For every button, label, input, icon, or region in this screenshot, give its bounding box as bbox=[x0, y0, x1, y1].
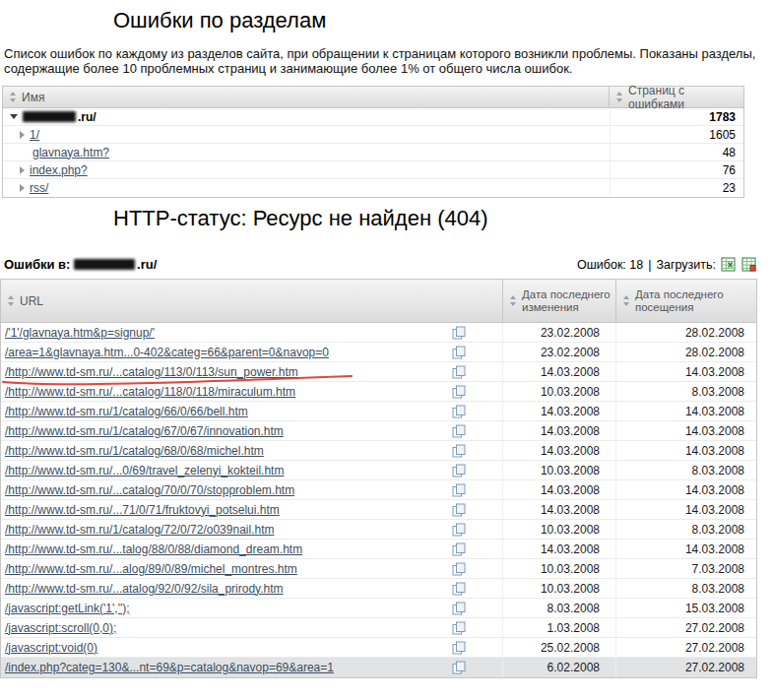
collapsed-triangle-icon[interactable] bbox=[20, 166, 25, 174]
error-url-link[interactable]: /http://www.td-sm.ru/1/catalog/66/0/66/b… bbox=[5, 405, 248, 418]
error-row: /http://www.td-sm.ru/1/catalog/67/0/67/i… bbox=[1, 421, 756, 441]
section-link[interactable]: index.php? bbox=[30, 163, 88, 177]
error-url-link[interactable]: /http://www.td-sm.ru/1/catalog/72/0/72/o… bbox=[5, 523, 274, 537]
modified-date: 8.03.2008 bbox=[503, 599, 616, 617]
error-row: /http://www.td-sm.ru/...71/0/71/fruktovy… bbox=[1, 500, 756, 520]
section-name-cell: 1/ bbox=[3, 126, 611, 143]
icon-cell bbox=[449, 461, 503, 479]
modified-date: 10.03.2008 bbox=[503, 520, 616, 539]
page-copy-icon[interactable] bbox=[452, 346, 466, 359]
error-url-link[interactable]: /area=1&glavnaya.htm...0-402&categ=66&pa… bbox=[5, 346, 329, 359]
page-copy-icon[interactable] bbox=[452, 424, 466, 438]
page-copy-icon[interactable] bbox=[452, 444, 466, 458]
collapsed-triangle-icon[interactable] bbox=[20, 131, 25, 139]
error-pages-count: 76 bbox=[611, 163, 743, 177]
error-url-link[interactable]: /index.php?categ=130&...nt=69&p=catalog&… bbox=[5, 661, 334, 674]
error-pages-count: 23 bbox=[611, 181, 743, 195]
visited-date: 27.02.2008 bbox=[616, 638, 756, 657]
page-copy-icon[interactable] bbox=[452, 661, 466, 674]
url-cell: /http://www.td-sm.ru/1/catalog/66/0/66/b… bbox=[1, 402, 449, 420]
sort-icon bbox=[510, 295, 517, 306]
page-copy-icon[interactable] bbox=[452, 562, 466, 576]
error-url-link[interactable]: /http://www.td-sm.ru/1/catalog/68/0/68/m… bbox=[5, 444, 264, 458]
page-copy-icon[interactable] bbox=[452, 464, 466, 477]
error-row: /http://www.td-sm.ru/...catalog/118/0/11… bbox=[1, 382, 756, 402]
visited-date: 14.03.2008 bbox=[616, 500, 756, 519]
error-url-link[interactable]: /http://www.td-sm.ru/...0/69/travel_zele… bbox=[5, 464, 284, 477]
modified-date: 14.03.2008 bbox=[503, 441, 616, 460]
expanded-triangle-icon[interactable] bbox=[10, 114, 18, 119]
error-url-link[interactable]: /http://www.td-sm.ru/...catalog/70/0/70/… bbox=[5, 483, 294, 497]
visited-date: 8.03.2008 bbox=[616, 520, 756, 539]
error-url-link[interactable]: /http://www.td-sm.ru/...alog/89/0/89/mic… bbox=[5, 562, 297, 576]
error-url-link[interactable]: /javascript:getLink('1',''); bbox=[5, 602, 130, 615]
modified-date: 23.02.2008 bbox=[503, 343, 616, 361]
error-row: /area=1&glavnaya.htm...0-402&categ=66&pa… bbox=[1, 343, 756, 362]
error-url-link[interactable]: /http://www.td-sm.ru/...atalog/92/0/92/s… bbox=[5, 582, 284, 596]
errors-bar: Ошибки в: .ru/ Ошибок: 18 | Загрузить: bbox=[4, 257, 757, 272]
section-name-cell: rss/ bbox=[3, 179, 611, 197]
error-row: /http://www.td-sm.ru/...talog/88/0/88/di… bbox=[1, 540, 756, 559]
section-row: 1/1605 bbox=[3, 126, 743, 144]
section-row: rss/23 bbox=[3, 179, 743, 197]
error-url-link[interactable]: /javascript:scroll(0,0); bbox=[5, 621, 116, 635]
sections-title: Ошибки по разделам bbox=[113, 8, 773, 33]
page-copy-icon[interactable] bbox=[452, 523, 466, 537]
collapsed-triangle-icon[interactable] bbox=[20, 184, 25, 192]
error-url-link[interactable]: /javascript:void(0) bbox=[5, 641, 97, 655]
page-copy-icon[interactable] bbox=[452, 483, 466, 497]
page-copy-icon[interactable] bbox=[452, 602, 466, 615]
download-label: Загрузить: bbox=[656, 258, 716, 272]
modified-date: 1.03.2008 bbox=[503, 618, 616, 637]
page-copy-icon[interactable] bbox=[452, 503, 466, 517]
icon-cell bbox=[449, 362, 503, 381]
error-url-link[interactable]: /http://www.td-sm.ru/...catalog/118/0/11… bbox=[5, 385, 295, 399]
section-link[interactable]: glavnaya.htm? bbox=[32, 146, 109, 159]
error-url-link[interactable]: /http://www.td-sm.ru/...71/0/71/fruktovy… bbox=[5, 503, 280, 517]
visited-date: 14.03.2008 bbox=[616, 441, 756, 460]
page-copy-icon[interactable] bbox=[452, 542, 466, 556]
modified-date: 10.03.2008 bbox=[503, 461, 616, 479]
icon-cell bbox=[449, 382, 503, 401]
error-url-link[interactable]: /http://www.td-sm.ru/1/catalog/67/0/67/i… bbox=[5, 424, 284, 438]
modified-date: 23.02.2008 bbox=[503, 323, 616, 342]
url-cell: /http://www.td-sm.ru/1/catalog/72/0/72/o… bbox=[1, 520, 449, 539]
error-pages-count: 48 bbox=[611, 146, 743, 159]
page-copy-icon[interactable] bbox=[452, 365, 466, 379]
page-copy-icon[interactable] bbox=[452, 326, 466, 340]
redacted-domain bbox=[74, 259, 135, 270]
page-copy-icon[interactable] bbox=[452, 641, 466, 655]
section-link[interactable]: 1/ bbox=[30, 128, 39, 142]
icon-cell bbox=[449, 520, 503, 539]
page-copy-icon[interactable] bbox=[452, 582, 466, 596]
url-cell: /http://www.td-sm.ru/...catalog/118/0/11… bbox=[1, 382, 449, 401]
icon-cell bbox=[449, 421, 503, 440]
visited-date: 27.02.2008 bbox=[616, 658, 756, 677]
name-column-header[interactable]: Имя bbox=[3, 87, 610, 107]
url-column-header[interactable]: URL bbox=[1, 280, 503, 322]
visited-date: 8.03.2008 bbox=[616, 579, 756, 598]
section-row: .ru/1783 bbox=[3, 108, 743, 126]
error-pages-column-label: Страниц с ошибками bbox=[628, 84, 743, 111]
visited-date: 28.02.2008 bbox=[616, 343, 756, 361]
error-url-link[interactable]: /http://www.td-sm.ru/...catalog/113/0/11… bbox=[5, 365, 298, 379]
error-url-link[interactable]: /http://www.td-sm.ru/...talog/88/0/88/di… bbox=[5, 542, 302, 556]
modified-date-column-header[interactable]: Дата последнего изменения bbox=[503, 280, 616, 322]
url-cell: /http://www.td-sm.ru/1/catalog/68/0/68/m… bbox=[1, 441, 449, 460]
section-link[interactable]: rss/ bbox=[30, 181, 48, 195]
errors-table-body: /'1'/glavnaya.htm&p=signup/'23.02.200828… bbox=[1, 323, 756, 677]
xls-download-icon[interactable] bbox=[721, 257, 737, 272]
url-cell: /http://www.td-sm.ru/...talog/88/0/88/di… bbox=[1, 540, 449, 558]
visited-date-column-label: Дата последнего посещения bbox=[635, 288, 756, 314]
error-row: /http://www.td-sm.ru/...atalog/92/0/92/s… bbox=[1, 579, 756, 599]
csv-download-icon[interactable] bbox=[741, 257, 757, 272]
visited-date: 28.02.2008 bbox=[616, 323, 756, 342]
error-pages-column-header[interactable]: Страниц с ошибками bbox=[610, 87, 743, 107]
sections-table-body: .ru/17831/1605glavnaya.htm?48index.php?7… bbox=[3, 108, 743, 197]
url-cell: /http://www.td-sm.ru/1/catalog/67/0/67/i… bbox=[1, 421, 449, 440]
visited-date-column-header[interactable]: Дата последнего посещения bbox=[616, 280, 756, 322]
page-copy-icon[interactable] bbox=[452, 405, 466, 418]
error-url-link[interactable]: /'1'/glavnaya.htm&p=signup/' bbox=[5, 326, 155, 340]
page-copy-icon[interactable] bbox=[452, 385, 466, 399]
page-copy-icon[interactable] bbox=[452, 621, 466, 635]
